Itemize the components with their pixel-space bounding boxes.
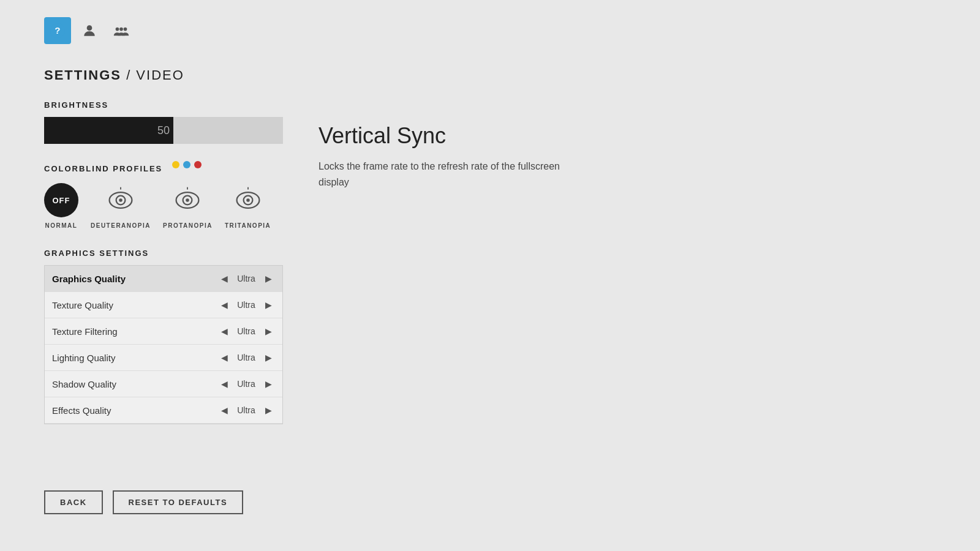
profile-icon-tritanopia xyxy=(231,183,265,217)
settings-row-graphics-quality[interactable]: Graphics Quality ◀ Ultra ▶ xyxy=(45,266,282,292)
graphics-label: GRAPHICS SETTINGS xyxy=(44,249,350,258)
dot-yellow xyxy=(172,161,179,168)
row-value-lighting-quality: Ultra xyxy=(231,353,262,362)
arrow-right-lighting-quality[interactable]: ▶ xyxy=(262,351,275,364)
svg-point-4 xyxy=(119,28,123,31)
page-title: SETTINGS / VIDEO xyxy=(44,67,350,83)
colorblind-profiles: OFF NORMAL DEUTERANOPIA xyxy=(44,183,350,229)
arrow-right-texture-quality[interactable]: ▶ xyxy=(262,298,275,312)
profile-protanopia[interactable]: PROTANOPIA xyxy=(163,183,213,229)
eye-icon-tritanopia xyxy=(234,186,262,214)
row-value-texture-quality: Ultra xyxy=(231,300,262,310)
svg-point-8 xyxy=(119,198,123,202)
settings-row-texture-filtering[interactable]: Texture Filtering ◀ Ultra ▶ xyxy=(45,318,282,345)
arrow-right-texture-filtering[interactable]: ▶ xyxy=(262,324,275,338)
reset-button[interactable]: RESET TO DEFAULTS xyxy=(113,490,244,514)
row-label-graphics-quality: Graphics Quality xyxy=(52,274,217,284)
page-title-light: / VIDEO xyxy=(121,67,184,83)
brightness-value: 50 xyxy=(157,124,170,137)
row-label-lighting-quality: Lighting Quality xyxy=(52,353,217,363)
profile-icon-normal: OFF xyxy=(44,183,78,217)
profile-label-protanopia: PROTANOPIA xyxy=(163,222,213,229)
arrow-left-graphics-quality[interactable]: ◀ xyxy=(217,272,231,285)
row-label-texture-filtering: Texture Filtering xyxy=(52,326,217,337)
row-label-shadow-quality: Shadow Quality xyxy=(52,379,217,389)
brightness-bar[interactable]: 50 xyxy=(44,117,283,144)
profile-normal[interactable]: OFF NORMAL xyxy=(44,183,78,229)
row-label-texture-quality: Texture Quality xyxy=(52,300,217,310)
bottom-buttons: BACK RESET TO DEFAULTS xyxy=(44,490,243,514)
colorblind-label: COLORBLIND PROFILES xyxy=(44,164,162,173)
eye-icon-deuteranopia xyxy=(107,186,135,214)
eye-icon-protanopia xyxy=(173,186,202,214)
colorblind-dots xyxy=(172,161,202,168)
settings-list[interactable]: Graphics Quality ◀ Ultra ▶ Texture Quali… xyxy=(44,265,283,424)
settings-row-lighting-quality[interactable]: Lighting Quality ◀ Ultra ▶ xyxy=(45,345,282,371)
row-value-effects-quality: Ultra xyxy=(231,405,262,415)
back-button[interactable]: BACK xyxy=(44,490,103,514)
profile-icon-deuteranopia xyxy=(104,183,138,217)
svg-point-16 xyxy=(246,198,250,202)
info-title: Vertical Sync xyxy=(318,122,576,149)
dot-blue xyxy=(183,161,190,168)
user-icon-button[interactable] xyxy=(76,17,103,44)
user-icon xyxy=(81,23,97,39)
help-icon: ? xyxy=(50,23,66,39)
settings-row-texture-quality[interactable]: Texture Quality ◀ Ultra ▶ xyxy=(45,292,282,318)
main-content: SETTINGS / VIDEO BRIGHTNESS 50 COLORBLIN… xyxy=(44,67,350,437)
row-value-shadow-quality: Ultra xyxy=(231,379,262,389)
svg-point-2 xyxy=(87,25,92,31)
row-value-graphics-quality: Ultra xyxy=(231,274,262,283)
info-panel: Vertical Sync Locks the frame rate to th… xyxy=(318,122,576,190)
arrow-left-shadow-quality[interactable]: ◀ xyxy=(217,377,231,391)
profile-label-deuteranopia: DEUTERANOPIA xyxy=(91,222,151,229)
profile-icon-protanopia xyxy=(170,183,205,217)
profile-tritanopia[interactable]: TRITANOPIA xyxy=(225,183,271,229)
brightness-fill xyxy=(44,117,173,144)
settings-row-post-process-quality[interactable]: Post Process Quality ◀ Ultra ▶ xyxy=(45,424,282,424)
graphics-settings-section: GRAPHICS SETTINGS Graphics Quality ◀ Ult… xyxy=(44,249,350,424)
svg-point-5 xyxy=(124,28,127,31)
row-value-texture-filtering: Ultra xyxy=(231,326,262,336)
dot-red xyxy=(194,161,202,168)
arrow-right-shadow-quality[interactable]: ▶ xyxy=(262,377,275,391)
svg-text:?: ? xyxy=(55,25,60,36)
arrow-left-texture-filtering[interactable]: ◀ xyxy=(217,324,231,338)
page-title-bold: SETTINGS xyxy=(44,67,121,83)
arrow-left-texture-quality[interactable]: ◀ xyxy=(217,298,231,312)
group-icon xyxy=(113,23,129,39)
profile-label-normal: NORMAL xyxy=(45,222,78,229)
arrow-right-graphics-quality[interactable]: ▶ xyxy=(262,272,275,285)
svg-point-12 xyxy=(186,198,190,202)
arrow-left-effects-quality[interactable]: ◀ xyxy=(217,403,231,417)
row-label-effects-quality: Effects Quality xyxy=(52,405,217,416)
settings-row-shadow-quality[interactable]: Shadow Quality ◀ Ultra ▶ xyxy=(45,371,282,397)
arrow-right-effects-quality[interactable]: ▶ xyxy=(262,403,275,417)
settings-row-effects-quality[interactable]: Effects Quality ◀ Ultra ▶ xyxy=(45,397,282,424)
help-icon-button[interactable]: ? xyxy=(44,17,71,44)
brightness-label: BRIGHTNESS xyxy=(44,100,350,110)
profile-deuteranopia[interactable]: DEUTERANOPIA xyxy=(91,183,151,229)
profile-label-tritanopia: TRITANOPIA xyxy=(225,222,271,229)
group-icon-button[interactable] xyxy=(108,17,135,44)
arrow-left-lighting-quality[interactable]: ◀ xyxy=(217,351,231,364)
svg-point-3 xyxy=(116,28,119,31)
info-description: Locks the frame rate to the refresh rate… xyxy=(318,159,576,190)
colorblind-section: COLORBLIND PROFILES OFF NORMAL xyxy=(44,161,350,229)
brightness-section: BRIGHTNESS 50 xyxy=(44,100,350,144)
top-bar: ? xyxy=(44,17,135,44)
